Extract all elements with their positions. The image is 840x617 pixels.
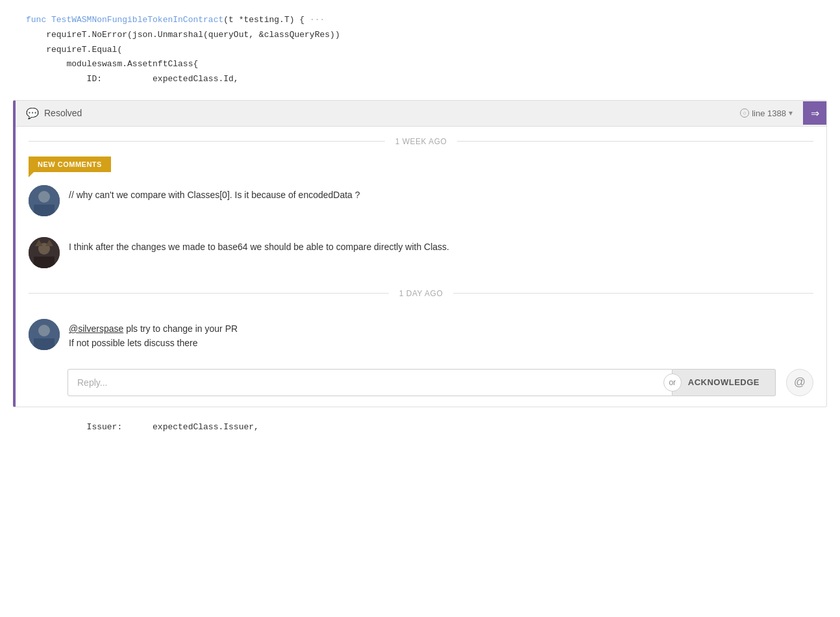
code-line-5: ID: expectedClass.Id, [26,72,840,87]
avatar-3 [29,319,60,350]
circle-icon: ○ [740,108,749,118]
resolved-text: Resolved [44,108,82,118]
resolved-icon: 💬 [26,107,39,120]
reply-input[interactable]: Reply... [68,369,673,396]
comment-text-1: // why can't we compare with Classes[0].… [69,185,813,202]
comment-panel: 💬 Resolved ○ line 1388 ▾ ⇒ 1 WEEK AGO NE… [13,100,827,407]
svg-rect-3 [34,205,55,216]
time-separator-week: 1 WEEK AGO [16,127,826,157]
avatar-1 [29,185,60,216]
comment-item-1: // why can't we compare with Classes[0].… [16,175,826,227]
week-ago-label: 1 WEEK AGO [385,137,458,146]
day-ago-label: 1 DAY AGO [389,289,453,298]
svg-rect-13 [34,338,55,350]
reply-placeholder: Reply... [77,377,107,388]
panel-header: 💬 Resolved ○ line 1388 ▾ ⇒ [16,101,826,127]
or-label: or [669,378,676,387]
nav-arrow-button[interactable]: ⇒ [803,101,826,125]
panel-body: 1 WEEK AGO NEW COMMENTS // why can't we … [16,127,826,407]
code-editor-bottom: Issuer: expectedClass.Issuer, [0,407,840,448]
code-line-2: requireT.NoError(json.Unmarshal(queryOut… [26,28,840,43]
code-line-4: moduleswasm.AssetnftClass{ [26,57,840,72]
new-comments-row: NEW COMMENTS [16,157,826,172]
mention-silverspase: @silverspase [69,323,123,334]
comment-text-3: @silverspase pls try to change in your P… [69,319,813,351]
at-mention-button[interactable]: @ [786,369,813,396]
chevron-down-icon: ▾ [789,108,793,118]
code-editor-top: func TestWASMNonFungibleTokenInContract(… [0,0,840,100]
comment-item-3: @silverspase pls try to change in your P… [16,308,826,361]
line-reference[interactable]: ○ line 1388 ▾ [740,108,793,118]
resolved-label: 💬 Resolved [26,107,82,120]
comment-item-2: I think after the changes we made to bas… [16,227,826,279]
svg-rect-7 [34,257,55,268]
code-line-3: requireT.Equal( [26,43,840,58]
reply-area: Reply... or ACKNOWLEDGE @ [16,361,826,407]
comment-text-2: I think after the changes we made to bas… [69,237,813,254]
time-separator-day: 1 DAY AGO [16,279,826,308]
acknowledge-button[interactable]: ACKNOWLEDGE [673,369,776,396]
code-line-1: func TestWASMNonFungibleTokenInContract(… [26,13,840,28]
line-ref-text: line 1388 [752,108,786,118]
at-symbol: @ [794,375,806,389]
code-line-bottom-1: Issuer: expectedClass.Issuer, [26,420,840,435]
new-comments-badge: NEW COMMENTS [29,157,111,172]
svg-point-11 [38,325,50,336]
svg-point-1 [38,191,50,203]
avatar-2 [29,237,60,268]
panel-header-right: ○ line 1388 ▾ ⇒ [740,108,816,118]
or-circle: or [663,373,682,392]
